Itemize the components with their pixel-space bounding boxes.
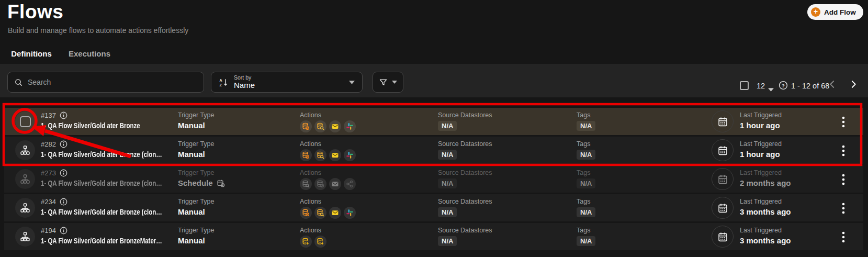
- schedule-calendar-icon: [217, 179, 225, 187]
- database-search-icon[interactable]: [314, 120, 326, 132]
- flow-type-icon: [15, 198, 35, 218]
- database-block-icon[interactable]: [300, 207, 312, 219]
- share-icon[interactable]: [344, 178, 356, 190]
- tags-label: Tags: [577, 227, 595, 234]
- pagination-range: 1 - 12 of 68: [791, 82, 829, 90]
- page-subtitle: Build and manage flows to automate actio…: [8, 26, 188, 35]
- trigger-type-label: Trigger Type: [178, 169, 225, 176]
- search-box[interactable]: [7, 72, 204, 93]
- table-row[interactable]: #194 1- QA Flow Silver/Gold ater BronzeM…: [4, 223, 863, 250]
- search-icon: [14, 78, 23, 87]
- info-icon[interactable]: [60, 140, 67, 148]
- page-size-value[interactable]: 12: [757, 82, 765, 90]
- chevron-down-icon: [392, 81, 397, 84]
- chevron-down-icon: [349, 81, 355, 84]
- flow-name: 1- QA Flow Silver/Gold ater BronzeMater…: [41, 237, 178, 245]
- add-flow-label: Add Flow: [824, 8, 856, 16]
- search-input[interactable]: [28, 78, 197, 86]
- tags-label: Tags: [577, 169, 595, 176]
- page-size-chevron-down-icon[interactable]: [768, 84, 774, 94]
- flow-id: #137: [41, 111, 56, 119]
- info-icon[interactable]: [60, 227, 67, 234]
- last-triggered-label: Last Triggered: [740, 227, 791, 234]
- mail-icon[interactable]: [329, 178, 341, 190]
- last-triggered-value: 2 months ago: [740, 178, 791, 187]
- tags-value: N/A: [577, 178, 595, 188]
- database-block-icon[interactable]: [300, 120, 312, 132]
- calendar-icon: [712, 139, 734, 161]
- info-icon[interactable]: [60, 169, 67, 177]
- mail-icon[interactable]: [329, 120, 341, 132]
- previous-page-chevron-icon[interactable]: [828, 80, 837, 91]
- kebab-menu-icon[interactable]: [838, 173, 849, 186]
- database-search-icon[interactable]: [300, 178, 312, 190]
- last-triggered-value: 1 hour ago: [740, 150, 780, 159]
- select-all-checkbox[interactable]: [740, 81, 749, 90]
- kebab-menu-icon[interactable]: [838, 202, 849, 215]
- filter-dropdown[interactable]: [373, 72, 403, 93]
- kebab-menu-icon[interactable]: [838, 144, 849, 157]
- actions-label: Actions: [300, 140, 358, 148]
- info-icon[interactable]: [60, 198, 67, 206]
- table-row[interactable]: #137 1- QA Flow Silver/Gold ater Bronze …: [4, 108, 863, 135]
- row-select-checkbox[interactable]: [15, 111, 35, 131]
- tags-label: Tags: [577, 111, 595, 119]
- add-flow-button[interactable]: + Add Flow: [807, 4, 863, 20]
- source-datastores-label: Source Datastores: [438, 198, 492, 205]
- database-search-icon[interactable]: [314, 149, 326, 161]
- last-triggered-value: 3 months ago: [740, 236, 791, 245]
- next-page-chevron-icon[interactable]: [849, 80, 858, 91]
- sort-by-label: Sort by: [234, 74, 344, 81]
- trigger-type-value: Manual: [178, 150, 205, 159]
- actions-label: Actions: [300, 198, 358, 205]
- flow-id: #273: [41, 169, 56, 177]
- last-triggered-label: Last Triggered: [740, 169, 791, 176]
- filter-funnel-icon: [379, 78, 388, 87]
- flows-page: Flows Build and manage flows to automate…: [0, 0, 868, 257]
- svg-text:?: ?: [782, 83, 785, 88]
- database-block-icon[interactable]: [300, 149, 312, 161]
- slack-icon[interactable]: [344, 207, 356, 219]
- source-datastores-label: Source Datastores: [438, 227, 492, 234]
- help-icon[interactable]: ?: [779, 81, 788, 92]
- table-row[interactable]: #234 1- QA Flow Silver/Gold ater Bronze …: [4, 194, 863, 221]
- mail-icon[interactable]: [329, 149, 341, 161]
- calendar-icon: [712, 226, 734, 248]
- kebab-menu-icon[interactable]: [838, 231, 849, 243]
- slack-icon[interactable]: [344, 149, 356, 161]
- trigger-type-label: Trigger Type: [178, 111, 214, 119]
- mail-icon[interactable]: [329, 207, 341, 219]
- source-datastores-value: N/A: [438, 121, 457, 131]
- flow-type-icon: [15, 169, 35, 189]
- source-datastores-label: Source Datastores: [438, 111, 492, 119]
- actions-label: Actions: [300, 227, 329, 234]
- trigger-type-value: Manual: [178, 207, 205, 216]
- slack-icon[interactable]: [344, 120, 356, 132]
- database-search-icon[interactable]: [314, 207, 326, 219]
- database-add-icon[interactable]: [300, 236, 312, 248]
- source-datastores-label: Source Datastores: [438, 140, 492, 148]
- source-datastores-value: N/A: [438, 178, 457, 188]
- database-block-icon[interactable]: [314, 178, 326, 190]
- trigger-type-label: Trigger Type: [178, 198, 214, 205]
- last-triggered-label: Last Triggered: [740, 111, 782, 119]
- source-datastores-value: N/A: [438, 150, 457, 160]
- tags-value: N/A: [577, 150, 595, 160]
- table-row[interactable]: #273 1- QA Flow Silver/Gold ater Bronze …: [4, 165, 863, 193]
- flow-id: #282: [41, 140, 56, 148]
- database-download-icon[interactable]: [314, 236, 326, 248]
- info-icon[interactable]: [60, 111, 67, 119]
- flow-name: 1- QA Flow Silver/Gold ater Bronze: [41, 121, 178, 130]
- sort-az-icon: AZ: [219, 77, 229, 87]
- trigger-type-value: Schedule: [178, 178, 213, 187]
- flow-type-icon: [15, 140, 35, 160]
- tags-label: Tags: [577, 198, 595, 205]
- tags-value: N/A: [577, 121, 595, 131]
- flow-type-icon: [15, 227, 35, 247]
- sort-dropdown[interactable]: AZ Sort by Name: [211, 72, 363, 93]
- table-row[interactable]: #282 1- QA Flow Silver/Gold ater Bronze …: [4, 137, 863, 164]
- actions-label: Actions: [300, 111, 358, 119]
- flow-name: 1- QA Flow Silver/Gold ater Bronze (clon…: [41, 208, 178, 216]
- kebab-menu-icon[interactable]: [838, 116, 849, 128]
- trigger-type-value: Manual: [178, 236, 205, 245]
